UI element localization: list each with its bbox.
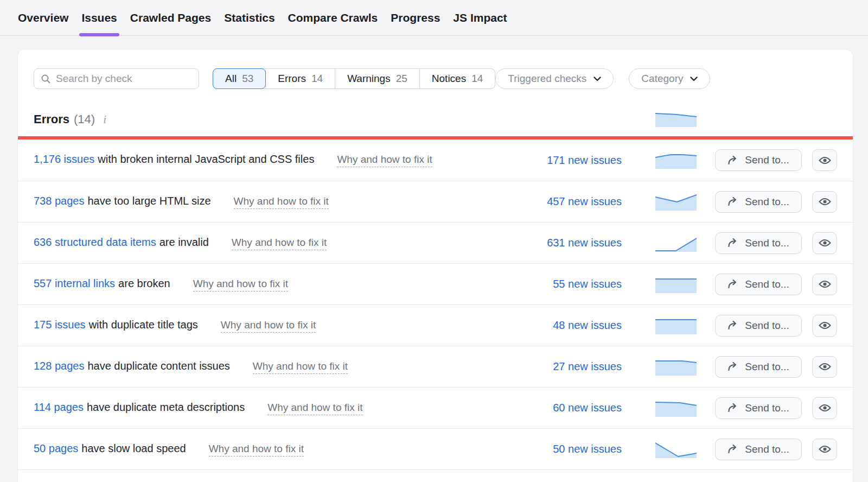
new-issues-link[interactable]: 631 new issues — [502, 237, 622, 249]
tab-js-impact[interactable]: JS Impact — [453, 0, 507, 36]
new-issues-link[interactable]: 27 new issues — [502, 360, 622, 373]
issue-count-link[interactable]: 1,176 issues — [34, 153, 94, 166]
issue-row: 50 pages have slow load speed Why and ho… — [18, 428, 853, 470]
issue-count-link[interactable]: 128 pages — [34, 360, 84, 372]
issue-count-link[interactable]: 175 issues — [34, 319, 86, 331]
issue-row: 557 internal links are broken Why and ho… — [18, 263, 853, 305]
hide-issue-button[interactable] — [812, 439, 837, 460]
eye-icon — [819, 445, 831, 454]
send-to-label: Send to... — [745, 361, 789, 373]
send-to-label: Send to... — [745, 443, 789, 455]
issue-trend-sparkline — [655, 151, 697, 169]
why-how-fix-link[interactable]: Why and how to fix it — [221, 319, 316, 333]
why-how-fix-link[interactable]: Why and how to fix it — [209, 443, 304, 456]
hide-issue-button[interactable] — [812, 397, 837, 419]
tab-compare-crawls[interactable]: Compare Crawls — [288, 0, 378, 36]
hide-issue-button[interactable] — [812, 274, 837, 295]
eye-icon — [819, 156, 831, 165]
tab-statistics[interactable]: Statistics — [224, 0, 275, 36]
why-how-fix-link[interactable]: Why and how to fix it — [337, 154, 432, 167]
errors-section-header: Errors (14) i — [18, 110, 853, 129]
filter-errors[interactable]: Errors 14 — [265, 69, 335, 88]
filter-errors-count: 14 — [311, 73, 323, 85]
send-arrow-icon — [727, 156, 739, 165]
new-issues-link[interactable]: 60 new issues — [502, 402, 622, 414]
tab-progress[interactable]: Progress — [391, 0, 440, 36]
issue-rest-text: have duplicate content issues — [87, 360, 229, 372]
send-to-button[interactable]: Send to... — [715, 356, 802, 378]
issue-count-link[interactable]: 50 pages — [34, 442, 78, 455]
send-to-button[interactable]: Send to... — [715, 232, 802, 254]
send-arrow-icon — [727, 445, 739, 454]
new-issues-link[interactable]: 55 new issues — [502, 278, 622, 290]
why-how-fix-link[interactable]: Why and how to fix it — [253, 360, 348, 374]
filter-all-count: 53 — [242, 73, 253, 85]
send-to-label: Send to... — [745, 196, 789, 208]
issue-count-link[interactable]: 114 pages — [34, 401, 84, 414]
issue-count-link[interactable]: 557 internal links — [34, 277, 115, 290]
send-to-button[interactable]: Send to... — [715, 274, 802, 295]
tab-issues[interactable]: Issues — [81, 0, 117, 36]
why-how-fix-link[interactable]: Why and how to fix it — [193, 278, 288, 291]
why-how-fix-link[interactable]: Why and how to fix it — [267, 402, 362, 415]
search-by-check — [34, 68, 199, 89]
send-to-label: Send to... — [745, 154, 789, 166]
why-how-fix-link[interactable]: Why and how to fix it — [232, 237, 327, 250]
issues-list: 1,176 issues with broken internal JavaSc… — [18, 139, 853, 470]
send-to-label: Send to... — [745, 237, 789, 249]
issue-row: 1,176 issues with broken internal JavaSc… — [18, 139, 853, 181]
why-how-fix-link[interactable]: Why and how to fix it — [234, 195, 329, 209]
hide-issue-button[interactable] — [812, 356, 837, 378]
filter-warnings[interactable]: Warnings 25 — [335, 69, 419, 88]
issue-trend-sparkline — [655, 193, 697, 211]
new-issues-link[interactable]: 171 new issues — [502, 154, 622, 167]
hide-issue-button[interactable] — [812, 191, 837, 213]
send-to-button[interactable]: Send to... — [715, 191, 802, 213]
category-dropdown[interactable]: Category — [629, 68, 710, 89]
eye-icon — [819, 238, 831, 248]
hide-issue-button[interactable] — [812, 232, 837, 254]
issue-trend-sparkline — [655, 234, 697, 252]
send-arrow-icon — [727, 197, 739, 206]
tab-overview[interactable]: Overview — [18, 0, 68, 36]
issue-rest-text: are broken — [118, 277, 170, 290]
new-issues-link[interactable]: 50 new issues — [502, 443, 622, 455]
triggered-checks-dropdown[interactable]: Triggered checks — [495, 68, 614, 89]
issue-rest-text: with duplicate title tags — [89, 319, 198, 331]
send-to-button[interactable]: Send to... — [715, 149, 802, 171]
send-to-button[interactable]: Send to... — [715, 315, 802, 337]
issue-count-link[interactable]: 636 structured data items — [34, 236, 156, 249]
issue-count-link[interactable]: 738 pages — [34, 195, 84, 207]
eye-icon — [819, 362, 831, 371]
send-to-label: Send to... — [745, 402, 789, 414]
issue-rest-text: have too large HTML size — [87, 195, 210, 207]
issue-description: 128 pages have duplicate content issues … — [34, 360, 502, 374]
issue-row: 738 pages have too large HTML size Why a… — [18, 181, 853, 222]
search-input[interactable] — [56, 73, 192, 85]
send-to-label: Send to... — [745, 278, 789, 290]
send-to-button[interactable]: Send to... — [715, 439, 802, 460]
send-arrow-icon — [727, 280, 739, 289]
send-arrow-icon — [727, 362, 739, 371]
filter-notices[interactable]: Notices 14 — [419, 69, 495, 88]
filter-warnings-label: Warnings — [347, 73, 391, 85]
info-icon[interactable]: i — [103, 113, 106, 126]
issue-description: 557 internal links are broken Why and ho… — [34, 277, 502, 291]
filter-all[interactable]: All 53 — [213, 68, 266, 89]
send-to-button[interactable]: Send to... — [715, 397, 802, 419]
issue-description: 738 pages have too large HTML size Why a… — [34, 195, 502, 209]
hide-issue-button[interactable] — [812, 315, 837, 337]
issue-description: 50 pages have slow load speed Why and ho… — [34, 442, 502, 456]
send-arrow-icon — [727, 403, 739, 413]
filter-all-label: All — [225, 73, 237, 85]
new-issues-link[interactable]: 48 new issues — [502, 319, 622, 332]
filter-notices-count: 14 — [471, 73, 483, 85]
issue-trend-sparkline — [655, 358, 697, 376]
tab-crawled-pages[interactable]: Crawled Pages — [130, 0, 211, 36]
new-issues-link[interactable]: 457 new issues — [502, 195, 622, 208]
issue-description: 1,176 issues with broken internal JavaSc… — [34, 153, 502, 167]
hide-issue-button[interactable] — [812, 149, 837, 171]
issue-row: 128 pages have duplicate content issues … — [18, 346, 853, 387]
tab-bar: Overview Issues Crawled Pages Statistics… — [0, 0, 868, 36]
issue-rest-text: have duplicate meta descriptions — [87, 401, 245, 414]
